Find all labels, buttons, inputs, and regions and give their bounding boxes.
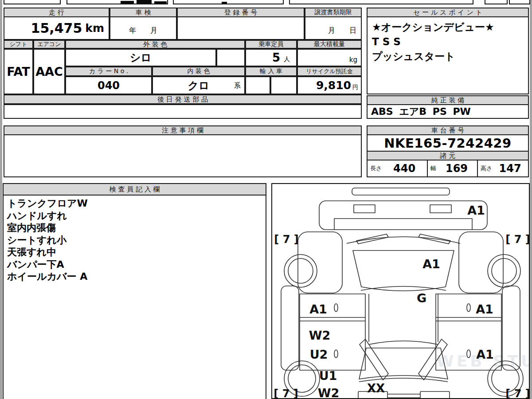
roof-side-lines bbox=[369, 294, 438, 342]
door-handle-rear-left bbox=[334, 350, 338, 358]
fender-front-left-outline bbox=[298, 232, 342, 293]
mileage-number: 15,475 bbox=[31, 20, 82, 36]
color-no-header: カ ラ ー N o . bbox=[66, 67, 151, 75]
recycle-value: 9,810 円 bbox=[298, 77, 361, 94]
spec-length-label: 長さ bbox=[370, 164, 382, 172]
wheel-front-right-icon bbox=[488, 254, 520, 287]
import-header: 輸 入 車 bbox=[246, 67, 296, 75]
registration-header: 登 録 番 号 bbox=[178, 8, 304, 16]
interior-color-header: 内 装 色 bbox=[153, 67, 244, 75]
car-damage-diagram: WEB STUDIO RU bbox=[271, 183, 530, 399]
aircon-header: エアコン bbox=[34, 41, 64, 48]
registration-value bbox=[178, 17, 304, 39]
cutoff-cell bbox=[289, 0, 473, 4]
inspector-notes-body: トランクフロアW ハンドルすれ 室内内張傷 シートすれ小 天張すれ中 バンパー下… bbox=[4, 196, 266, 399]
spec-width: 幅 169 bbox=[428, 160, 477, 176]
spec-width-value: 169 bbox=[436, 162, 477, 175]
damage-label-door-front-left: A1 bbox=[309, 302, 327, 316]
tire-label-rear-left: [ 7 ] bbox=[274, 387, 298, 398]
interior-color-suffix: 系 bbox=[234, 82, 241, 90]
left-edge-strip bbox=[0, 0, 2, 399]
cutoff-cell bbox=[66, 0, 168, 4]
wheel-front-left-inner bbox=[288, 258, 313, 283]
car-top-view-svg: WEB STUDIO RU bbox=[272, 184, 529, 398]
damage-label-u1-left: U1 bbox=[319, 369, 337, 383]
caution-header: 注 意 事 項 欄 bbox=[4, 126, 361, 134]
aircon-value: AAC bbox=[34, 50, 64, 94]
shaken-header: 車 検 bbox=[110, 8, 176, 16]
inspector-note-line: 天張すれ中 bbox=[7, 246, 56, 258]
spec-width-label: 幅 bbox=[430, 164, 436, 172]
spec-height-value: 147 bbox=[492, 162, 528, 175]
tire-label-front-right: [ 7 ] bbox=[505, 233, 529, 246]
capacity-unit: 人 bbox=[284, 55, 290, 63]
capacity-number: 5 bbox=[272, 51, 280, 64]
later-parts-body bbox=[4, 105, 361, 118]
door-handle-front-left bbox=[334, 304, 338, 312]
door-handle-front-right bbox=[467, 304, 470, 312]
interior-color-name: クロ bbox=[188, 78, 209, 93]
front-lamp-right-outline bbox=[430, 205, 451, 213]
max-load-header: 最大積載量 bbox=[298, 41, 361, 48]
chassis-header: 車 台 番 号 bbox=[368, 126, 528, 134]
damage-label-glass: G bbox=[417, 291, 426, 305]
door-divider-right bbox=[436, 317, 501, 321]
inspector-header: 検 査 員 記 入 欄 bbox=[4, 184, 266, 195]
right-edge-strip bbox=[530, 0, 532, 399]
damage-label-front-bumper: A1 bbox=[467, 203, 485, 217]
damage-label-door-rear-right: A1 bbox=[476, 348, 494, 361]
shift-value: FAT bbox=[4, 50, 32, 94]
sales-point-line: T S S bbox=[372, 35, 401, 49]
exterior-color-value: シロ bbox=[66, 50, 215, 66]
door-divider-left bbox=[300, 317, 365, 321]
inspector-note-line: トランクフロアW bbox=[7, 197, 88, 210]
fender-front-right-outline bbox=[459, 232, 503, 293]
sales-point-line: ★オークションデビュー★ bbox=[372, 20, 494, 35]
import-cell-right bbox=[271, 77, 296, 94]
damage-label-w2-rear: W2 bbox=[318, 386, 340, 398]
damage-label-u2-left: U2 bbox=[310, 348, 328, 361]
tire-label-rear-right: [ 7 ] bbox=[505, 387, 529, 398]
shaken-value: 年 月 bbox=[110, 17, 176, 39]
capacity-value: 5 人 bbox=[246, 50, 296, 66]
exterior-color-header: 外 装 色 bbox=[66, 41, 244, 48]
damage-label-rear-gate-xx: XX bbox=[367, 382, 385, 395]
sales-points-header: セ ー ル ス ポ イ ン ト bbox=[368, 8, 528, 16]
cutoff-text-fragment bbox=[121, 1, 134, 4]
roof-rear-curve bbox=[369, 341, 438, 344]
caution-body bbox=[4, 135, 361, 176]
recycle-header: リサイクル預託金 bbox=[298, 67, 361, 75]
recycle-unit: 円 bbox=[352, 83, 358, 91]
auction-sheet-page: 走 行 車 検 登 録 番 号 譲渡書類期限 15,475 km 年 月 月 日… bbox=[0, 0, 532, 399]
transfer-docs-value: 月 日 bbox=[305, 17, 361, 39]
damage-label-hood: A1 bbox=[422, 257, 440, 271]
sales-point-line: プッシュスタート bbox=[372, 49, 455, 64]
wheel-front-left-icon bbox=[284, 254, 317, 287]
chassis-value: NKE165-7242429 bbox=[368, 135, 528, 151]
cutoff-cell bbox=[485, 0, 508, 4]
max-load-value: kg bbox=[298, 50, 361, 66]
inspector-note-line: ハンドルすれ bbox=[7, 210, 67, 222]
rocker-left-outline bbox=[281, 286, 299, 370]
interior-color-value: クロ 系 bbox=[153, 77, 244, 94]
import-cell-left bbox=[246, 77, 270, 94]
spec-height: 高さ 147 bbox=[478, 160, 528, 176]
front-plate-outline bbox=[352, 188, 450, 195]
rear-bumper-lines bbox=[387, 394, 420, 398]
shift-header: シフト bbox=[4, 41, 32, 48]
inspector-note-line: ホイールカバー A bbox=[7, 270, 87, 283]
spec-length-value: 440 bbox=[382, 162, 427, 175]
damage-label-w2-left: W2 bbox=[309, 329, 331, 342]
color-no-value: 040 bbox=[66, 77, 151, 94]
sales-points-body: ★オークションデビュー★ T S S プッシュスタート bbox=[368, 17, 528, 94]
cutoff-cell bbox=[173, 0, 284, 4]
front-bumper-outline bbox=[319, 201, 487, 230]
mileage-header: 走 行 bbox=[4, 8, 109, 16]
capacity-header: 乗車定員 bbox=[246, 41, 296, 48]
cutoff-text-fragment bbox=[137, 0, 152, 4]
rear-lamp-right-outline bbox=[420, 391, 450, 398]
cutoff-text-fragment bbox=[222, 2, 227, 4]
front-lamp-left-outline bbox=[354, 205, 375, 213]
roof-front-curve bbox=[361, 286, 446, 290]
spec-height-label: 高さ bbox=[481, 164, 492, 172]
